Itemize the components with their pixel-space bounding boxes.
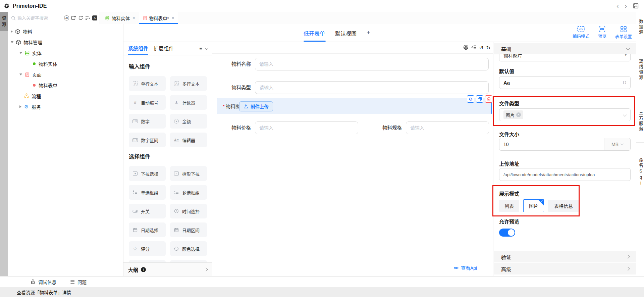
new-resource-icon[interactable] (71, 15, 76, 21)
undo-icon[interactable]: ↺ (479, 45, 484, 50)
expand-down-icon[interactable] (19, 73, 22, 76)
tree-item-material-form[interactable]: 物料表单 (8, 80, 123, 91)
palette-item-switch[interactable]: 开关 (129, 204, 166, 218)
field-delete-button[interactable] (485, 95, 492, 103)
expand-right-icon[interactable] (19, 105, 21, 108)
add-view-tab-button[interactable]: + (367, 30, 370, 37)
palette-item-date-range[interactable]: 日期区间 (170, 222, 207, 237)
resource-tree: 物料 物料管理 实体 物料实体 页面 (8, 24, 123, 276)
debug-info-button[interactable]: 调试信息 (30, 279, 56, 285)
form-settings-button[interactable]: 表单设置 (615, 26, 632, 40)
date-picker-icon (132, 228, 138, 232)
palette-item-image[interactable]: 图片 (170, 260, 207, 262)
file-type-select[interactable]: 图片 × (499, 108, 631, 121)
field-input-spec[interactable] (406, 121, 489, 134)
palette-item-color-picker[interactable]: 颜色选择 (170, 241, 207, 256)
section-validate[interactable]: 验证 (494, 251, 636, 262)
nav-forward-icon[interactable]: › (625, 3, 627, 9)
strip-tab-datasource[interactable]: 数据源 (636, 12, 644, 40)
palette-item-tree-select[interactable]: ≡树形下拉 (170, 166, 207, 181)
save-icon[interactable] (633, 3, 639, 9)
palette-item-select[interactable]: ▾下拉选择 (129, 166, 166, 181)
code-mode-button[interactable]: </> 编码模式 (573, 26, 589, 40)
tab-extension-components[interactable]: 扩展组件 (154, 42, 174, 55)
resources-strip-tab[interactable]: 资源 (0, 12, 8, 31)
redo-icon[interactable]: ↻ (486, 45, 490, 50)
ai-assist-icon[interactable]: AI (64, 15, 69, 21)
palette-item-multi-line-text[interactable]: A多行文本 (170, 76, 207, 91)
strip-tab-offline-resource[interactable]: 离线资源 (636, 40, 644, 93)
upload-url-input[interactable]: /api/lowcode/models/attachments/actions/… (499, 168, 631, 181)
allow-preview-toggle[interactable] (499, 229, 515, 237)
outline-bar[interactable]: 大纲 i (123, 262, 212, 276)
expand-right-icon[interactable] (11, 30, 13, 33)
palette-item-time-picker[interactable]: 时间选择 (170, 204, 207, 218)
field-copy-button[interactable] (476, 95, 483, 103)
tree-item-flow[interactable]: 流程 (8, 91, 123, 101)
palette-item-radio-group[interactable]: 单选框组 (129, 185, 166, 200)
globe-icon[interactable] (463, 45, 469, 51)
palette-collapse-icon[interactable] (205, 42, 208, 55)
palette-item-number-range[interactable]: 1~3数字区间 (129, 133, 166, 147)
palette-item-single-line-text[interactable]: A单行文本 (129, 76, 166, 91)
tab-system-components[interactable]: 系统组件 (128, 42, 148, 55)
tree-item-material-mgmt[interactable]: 物料管理 (8, 37, 123, 48)
palette-item-checkbox-group[interactable]: 多选框组 (170, 185, 207, 200)
close-icon[interactable]: × (132, 15, 135, 20)
bound-field-select-clipped[interactable]: 物料图片 ▼ (499, 54, 631, 61)
view-tab-default-view[interactable]: 默认视图 (335, 29, 357, 37)
tree-item-service[interactable]: ⚙ 服务 (8, 101, 123, 112)
field-input-price[interactable] (255, 121, 358, 134)
strip-tab-third-party-service[interactable]: 三方服务 (636, 93, 644, 143)
palette-item-amount[interactable]: ¥金额 (170, 114, 207, 129)
display-mode-list[interactable]: 列表 (499, 200, 519, 212)
palette-item-number[interactable]: 123数字 (129, 114, 166, 129)
tree-item-entity[interactable]: 实体 (8, 48, 123, 58)
tree-item-material[interactable]: 物料 (8, 26, 123, 37)
field-input-name[interactable] (255, 58, 489, 70)
palette-item-rate[interactable]: ☆评分 (129, 241, 166, 256)
sort-list-icon[interactable] (85, 15, 91, 21)
preview-button[interactable]: 预览 (598, 26, 606, 40)
section-advanced[interactable]: 高级 (494, 263, 636, 275)
file-size-input[interactable]: 10 MB (499, 138, 631, 151)
close-icon[interactable]: × (172, 15, 174, 20)
select-icon: ▾ (132, 171, 138, 176)
tag-close-icon[interactable]: × (516, 112, 521, 117)
view-api-link[interactable]: 查看Api (453, 264, 477, 271)
tree-item-page[interactable]: 页面 (8, 69, 123, 80)
strip-tab-named-sql[interactable]: 命名Sql (636, 143, 644, 196)
status-text: 查看资源「物料表单」详情 (17, 289, 71, 296)
field-settings-button[interactable]: ⚙ (467, 95, 474, 103)
display-mode-image[interactable]: 图片 ✓ (523, 199, 544, 212)
field-input-type[interactable] (255, 81, 489, 94)
default-value-input[interactable]: Aa D (499, 76, 631, 89)
expand-down-icon[interactable] (19, 52, 22, 54)
translate-icon[interactable]: A (92, 15, 98, 21)
palette-item-attachment-upload[interactable]: 附件上传 (129, 260, 166, 262)
expand-down-icon[interactable] (11, 41, 13, 43)
nav-back-icon[interactable]: ‹ (616, 3, 619, 9)
selected-field-image[interactable]: *物料图片 附件上传 (217, 98, 492, 114)
palette-item-date-picker[interactable]: 日期选择 (129, 222, 166, 237)
section-basic[interactable]: 基础 (494, 43, 636, 54)
search-input[interactable] (17, 15, 62, 20)
palette-item-counter[interactable]: ±计数器 (170, 95, 207, 110)
attachment-upload-button[interactable]: 附件上传 (239, 101, 273, 111)
file-size-value: 10 (503, 142, 509, 147)
palette-item-auto-number[interactable]: #自动编号 (129, 95, 166, 110)
preview-label: 预览 (598, 33, 606, 39)
refresh-icon[interactable] (78, 15, 84, 21)
palette-item-editor[interactable]: A≡编辑器 (170, 133, 207, 147)
problems-button[interactable]: 问题 (70, 279, 87, 285)
file-size-label: 文件大小 (499, 131, 519, 138)
outline-toggle-icon[interactable] (471, 45, 477, 50)
tab-material-entity[interactable]: 物料实体 × (101, 12, 139, 24)
palette-menu-icon[interactable]: ≡ (199, 42, 202, 55)
view-tab-lowcode-form[interactable]: 低开表单 (304, 29, 325, 37)
bug-icon (30, 279, 36, 285)
tree-item-material-entity[interactable]: 物料实体 (8, 58, 123, 69)
tab-material-form[interactable]: 物料表单* × (139, 12, 178, 24)
display-mode-table-info[interactable]: 表格信息 (548, 200, 579, 212)
file-size-unit-select[interactable]: MB (604, 138, 630, 150)
